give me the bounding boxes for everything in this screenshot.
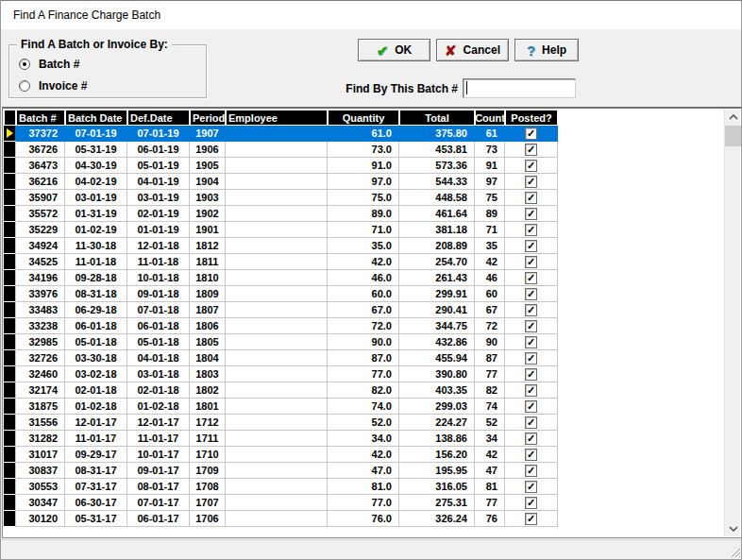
- table-row[interactable]: 30837 08-31-17 09-01-17 1709 47.0 195.95…: [4, 463, 558, 479]
- cell-batch-date: 02-01-18: [65, 382, 127, 399]
- table-row[interactable]: 30347 06-30-17 07-01-17 1707 77.0 275.31…: [4, 495, 558, 511]
- cell-employee: [226, 158, 328, 174]
- cell-total: 455.94: [399, 350, 475, 366]
- cell-quantity: 97.0: [328, 174, 399, 190]
- cell-posted: ✓: [505, 350, 558, 366]
- header-quantity[interactable]: Quantity: [328, 110, 399, 126]
- posted-checkbox: ✓: [525, 352, 537, 365]
- help-button[interactable]: ? Help: [514, 39, 579, 61]
- cell-batch-number: 34924: [16, 238, 65, 254]
- header-batch-date[interactable]: Batch Date: [65, 110, 127, 126]
- row-indicator: [4, 126, 16, 142]
- header-total[interactable]: Total: [399, 110, 475, 126]
- radio-batch-number[interactable]: Batch #: [19, 57, 79, 71]
- table-row[interactable]: 31017 09-29-17 10-01-17 1710 42.0 156.20…: [4, 447, 558, 463]
- cell-employee: [226, 463, 328, 479]
- cell-batch-number: 35907: [16, 190, 65, 206]
- cell-employee: [226, 366, 328, 382]
- header-count[interactable]: Count: [475, 110, 505, 126]
- table-row[interactable]: 33238 06-01-18 06-01-18 1806 72.0 344.75…: [4, 318, 558, 334]
- radio-invoice-number[interactable]: Invoice #: [19, 78, 87, 93]
- scroll-up-button[interactable]: [725, 110, 741, 125]
- header-period[interactable]: Period: [190, 110, 226, 126]
- cancel-button[interactable]: ✘ Cancel: [436, 39, 509, 61]
- posted-checkbox: ✓: [525, 481, 537, 493]
- header-employee[interactable]: Employee: [226, 110, 328, 126]
- cell-count: 52: [475, 415, 505, 431]
- find-by-batch-input[interactable]: [463, 78, 576, 98]
- row-indicator: [4, 350, 16, 366]
- cell-count: 71: [475, 222, 505, 238]
- scrollbar-thumb[interactable]: [725, 126, 741, 146]
- table-row[interactable]: 31282 11-01-17 11-01-17 1711 34.0 138.86…: [4, 431, 558, 447]
- cell-batch-number: 35572: [16, 206, 65, 222]
- cell-batch-number: 36726: [16, 142, 65, 158]
- table-row[interactable]: 37372 07-01-19 07-01-19 1907 61.0 375.80…: [4, 126, 558, 142]
- header-def-date[interactable]: Def.Date: [127, 110, 190, 126]
- scroll-down-button[interactable]: [725, 521, 741, 536]
- cell-quantity: 91.0: [328, 158, 399, 174]
- cell-def-date: 07-01-18: [127, 302, 190, 318]
- table-row[interactable]: 36473 04-30-19 05-01-19 1905 91.0 573.36…: [4, 158, 558, 174]
- cell-def-date: 03-01-18: [127, 366, 190, 382]
- cell-def-date: 07-01-17: [127, 495, 190, 511]
- table-row[interactable]: 32985 05-01-18 05-01-18 1805 90.0 432.86…: [4, 334, 558, 350]
- table-row[interactable]: 34924 11-30-18 12-01-18 1812 35.0 208.89…: [4, 238, 558, 254]
- cell-employee: [226, 206, 328, 222]
- cell-total: 375.80: [399, 126, 475, 142]
- cell-def-date: 12-01-18: [127, 238, 190, 254]
- table-row[interactable]: 33976 08-31-18 09-01-18 1809 60.0 299.91…: [4, 286, 558, 302]
- table-row[interactable]: 34525 11-01-18 11-01-18 1811 42.0 254.70…: [4, 254, 558, 270]
- cell-period: 1806: [190, 318, 226, 334]
- table-row[interactable]: 35907 03-01-19 03-01-19 1903 75.0 448.58…: [4, 190, 558, 206]
- title-bar[interactable]: Find A Finance Charge Batch: [1, 1, 741, 29]
- posted-checkbox: ✓: [525, 400, 537, 413]
- cell-posted: ✓: [505, 190, 558, 206]
- cell-def-date: 08-01-17: [127, 479, 190, 495]
- cell-batch-date: 09-28-18: [65, 270, 127, 286]
- row-indicator: [4, 382, 16, 399]
- table-row[interactable]: 35572 01-31-19 02-01-19 1902 89.0 461.64…: [4, 206, 558, 222]
- cell-posted: ✓: [505, 479, 558, 495]
- batch-table-panel: Batch # Batch Date Def.Date Period Emplo…: [2, 107, 742, 538]
- table-row[interactable]: 32174 02-01-18 02-01-18 1802 82.0 403.35…: [4, 382, 558, 399]
- cell-batch-number: 31017: [16, 447, 65, 463]
- header-batch-number[interactable]: Batch #: [16, 110, 65, 126]
- resize-grip-icon[interactable]: [728, 545, 741, 558]
- cell-batch-number: 34196: [16, 270, 65, 286]
- cell-batch-number: 32174: [16, 382, 65, 399]
- row-indicator: [4, 415, 16, 431]
- cell-total: 461.64: [399, 206, 475, 222]
- table-row[interactable]: 33483 06-29-18 07-01-18 1807 67.0 290.41…: [4, 302, 558, 318]
- cell-posted: ✓: [505, 366, 558, 382]
- table-row[interactable]: 35229 01-02-19 01-01-19 1901 71.0 381.18…: [4, 222, 558, 238]
- question-mark-icon: ?: [527, 43, 535, 58]
- cell-period: 1907: [190, 126, 226, 142]
- header-posted[interactable]: Posted?: [505, 110, 558, 126]
- table-row[interactable]: 34196 09-28-18 10-01-18 1810 46.0 261.43…: [4, 270, 558, 286]
- table-row[interactable]: 30553 07-31-17 08-01-17 1708 81.0 316.05…: [4, 479, 558, 495]
- table-row[interactable]: 30120 05-31-17 06-01-17 1706 76.0 326.24…: [4, 511, 558, 527]
- vertical-scrollbar[interactable]: [724, 110, 740, 536]
- table-row[interactable]: 36726 05-31-19 06-01-19 1906 73.0 453.81…: [4, 142, 558, 158]
- cell-count: 91: [475, 158, 505, 174]
- cell-period: 1905: [190, 158, 226, 174]
- table-row[interactable]: 31556 12-01-17 12-01-17 1712 52.0 224.27…: [4, 415, 558, 431]
- ok-button[interactable]: ✔ OK: [358, 39, 430, 61]
- cell-employee: [226, 334, 328, 350]
- table-row[interactable]: 32726 03-30-18 04-01-18 1804 87.0 455.94…: [4, 350, 558, 366]
- table-row[interactable]: 32460 03-02-18 03-01-18 1803 77.0 390.80…: [4, 366, 558, 382]
- cell-total: 254.70: [399, 254, 475, 270]
- posted-checkbox: ✓: [525, 304, 537, 316]
- table-row[interactable]: 31875 01-02-18 01-02-18 1801 74.0 299.03…: [4, 399, 558, 415]
- posted-checkbox: ✓: [525, 497, 537, 509]
- cell-count: 67: [475, 302, 505, 318]
- horizontal-scrollbar-track[interactable]: [1, 539, 742, 560]
- cell-def-date: 03-01-19: [127, 190, 190, 206]
- cell-total: 299.91: [399, 286, 475, 302]
- table-row[interactable]: 36216 04-02-19 04-01-19 1904 97.0 544.33…: [4, 174, 558, 190]
- cell-batch-number: 36216: [16, 174, 65, 190]
- cell-batch-number: 34525: [16, 254, 65, 270]
- cell-period: 1902: [190, 206, 226, 222]
- cell-employee: [226, 415, 328, 431]
